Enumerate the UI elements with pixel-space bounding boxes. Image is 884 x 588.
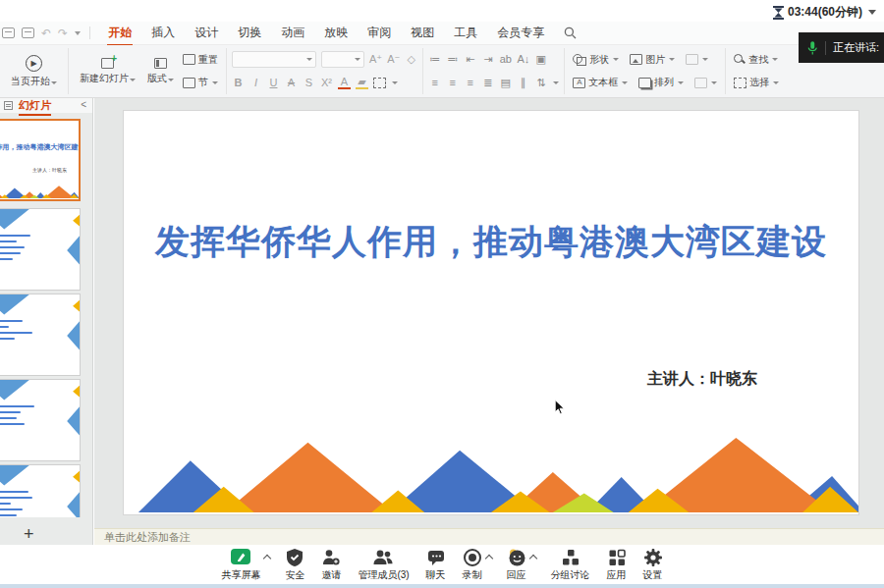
apps-button[interactable]: 应用 [607, 548, 627, 582]
font-size-select[interactable] [321, 51, 364, 68]
members-button[interactable]: 管理成员(3) [358, 548, 409, 582]
select-button[interactable]: 选择 [731, 73, 782, 92]
chevron-up-icon[interactable] [528, 554, 536, 561]
picture-icon [630, 54, 642, 65]
format-painter-icon[interactable]: ▣ [534, 54, 547, 65]
undo-icon[interactable]: ↶ [41, 27, 51, 39]
chevron-up-icon[interactable] [484, 554, 492, 561]
breakout-icon [561, 548, 580, 567]
tab-animation[interactable]: 动画 [271, 22, 314, 45]
shapes-button[interactable]: 形状 [570, 50, 622, 70]
invite-button[interactable]: 邀请 [321, 548, 341, 582]
tab-home[interactable]: 开始 [98, 22, 141, 45]
meeting-timer[interactable]: 03:44(60分钟) [773, 4, 876, 21]
new-slide-button[interactable]: 新建幻灯片 [74, 48, 141, 94]
chat-button[interactable]: 聊天 [426, 548, 446, 582]
layout-button[interactable]: 版式 [141, 48, 180, 94]
tab-review[interactable]: 审阅 [358, 22, 401, 45]
collapse-panel-icon[interactable]: < [81, 99, 86, 110]
italic-button[interactable]: I [249, 78, 262, 88]
slide-thumbnail-4[interactable] [0, 379, 81, 461]
clear-format-icon[interactable]: ◇ [405, 54, 417, 65]
settings-button[interactable]: 设置 [643, 548, 663, 582]
underline-button[interactable]: U [267, 78, 280, 88]
slide-thumbnail-2[interactable] [0, 208, 81, 291]
chart-button[interactable] [683, 50, 711, 70]
line-spacing-icon[interactable]: ⇅ [534, 78, 547, 88]
chevron-down-icon [772, 58, 778, 61]
tab-member[interactable]: 会员专享 [487, 22, 554, 45]
ribbon-search[interactable] [564, 27, 577, 39]
decrease-font-icon[interactable]: A⁻ [387, 54, 400, 65]
slide-panel-header: 幻灯片 < [0, 98, 92, 113]
security-button[interactable]: 安全 [285, 548, 304, 582]
slide-thumbnail-1[interactable]: 发挥华侨华人作用，推动粤港澳大湾区建设 主讲人：叶晓东 [0, 119, 81, 201]
members-label: 管理成员(3) [358, 568, 409, 582]
picture-label: 图片 [645, 53, 665, 67]
slide-thumbnail-3[interactable] [0, 294, 81, 376]
slide-title[interactable]: 发挥华侨华人作用，推动粤港澳大湾区建设 [124, 219, 858, 265]
numbering-icon[interactable]: ≕ [446, 54, 459, 65]
chevron-down-icon [711, 81, 717, 84]
add-slide-button[interactable]: + [24, 525, 34, 543]
tab-slides[interactable]: 幻灯片 [19, 98, 51, 114]
chevron-up-icon[interactable] [263, 554, 271, 561]
tab-slideshow[interactable]: 放映 [314, 22, 358, 45]
play-from-page-button[interactable]: ▶ 当页开始 [5, 48, 63, 94]
media-button[interactable] [691, 73, 720, 92]
character-spacing-icon[interactable] [373, 78, 386, 88]
font-family-select[interactable] [232, 51, 316, 68]
shadow-button[interactable]: S [303, 78, 315, 88]
chat-label: 聊天 [426, 568, 446, 582]
distribute-icon[interactable]: ▤ [499, 78, 512, 88]
decrease-indent-icon[interactable]: ⇤ [464, 54, 476, 65]
breakout-button[interactable]: 分组讨论 [551, 548, 590, 582]
share-screen-button[interactable]: 共享屏幕 [221, 548, 260, 582]
increase-indent-icon[interactable]: ⇥ [481, 54, 494, 65]
microphone-icon [806, 40, 818, 56]
justify-icon[interactable]: ≣ [481, 78, 494, 88]
notes-bar[interactable]: 单击此处添加备注 [94, 528, 884, 545]
thumbnail-text-lines [0, 235, 30, 264]
taskbar-edge [0, 584, 884, 588]
record-label: 录制 [463, 568, 482, 582]
record-icon [463, 548, 482, 567]
highlight-color-button[interactable]: ▰ [356, 77, 368, 89]
select-icon [734, 78, 746, 88]
align-left-icon[interactable]: ≡ [428, 78, 441, 88]
section-button[interactable]: 节 [180, 73, 221, 92]
align-center-icon[interactable]: ≡ [446, 78, 459, 88]
bold-button[interactable]: B [232, 78, 245, 88]
phonetic-guide-icon[interactable]: ab [499, 54, 512, 65]
slide-presenter[interactable]: 主讲人：叶晓东 [647, 369, 757, 390]
arrange-button[interactable]: 排列 [635, 73, 687, 92]
increase-font-icon[interactable]: A⁺ [369, 54, 382, 65]
tab-view[interactable]: 视图 [401, 22, 444, 45]
strikethrough-button[interactable]: A [285, 78, 298, 88]
font-color-button[interactable]: A [338, 77, 351, 89]
reaction-button[interactable]: 回应 [507, 548, 526, 582]
tab-transition[interactable]: 切换 [228, 22, 271, 45]
slides-tab-icon [4, 101, 13, 110]
superscript-button[interactable]: X² [320, 78, 333, 88]
reset-button[interactable]: 重置 [180, 50, 221, 70]
picture-button[interactable]: 图片 [627, 50, 678, 70]
bullets-icon[interactable]: ≔ [428, 54, 441, 65]
slide-canvas[interactable]: 发挥华侨华人作用，推动粤港澳大湾区建设 主讲人：叶晓东 [123, 110, 859, 515]
find-button[interactable]: 查找 [731, 50, 782, 70]
record-button[interactable]: 录制 [463, 548, 482, 582]
align-right-icon[interactable]: ≡ [464, 78, 476, 88]
layout-icon [154, 58, 167, 69]
timer-dropdown-icon[interactable] [868, 10, 876, 15]
preview-icon[interactable] [22, 27, 34, 38]
tab-tools[interactable]: 工具 [444, 22, 487, 45]
tab-design[interactable]: 设计 [185, 22, 228, 45]
quick-access-more-icon[interactable] [75, 31, 81, 35]
tab-insert[interactable]: 插入 [141, 22, 185, 45]
slide-thumbnail-5[interactable] [0, 464, 81, 517]
columns-icon[interactable]: ∥ [517, 78, 529, 88]
textbox-button[interactable]: 文本框 [570, 73, 631, 92]
redo-icon[interactable]: ↷ [58, 27, 68, 39]
text-direction-icon[interactable]: A↓ [517, 54, 529, 65]
print-icon[interactable] [2, 27, 15, 38]
